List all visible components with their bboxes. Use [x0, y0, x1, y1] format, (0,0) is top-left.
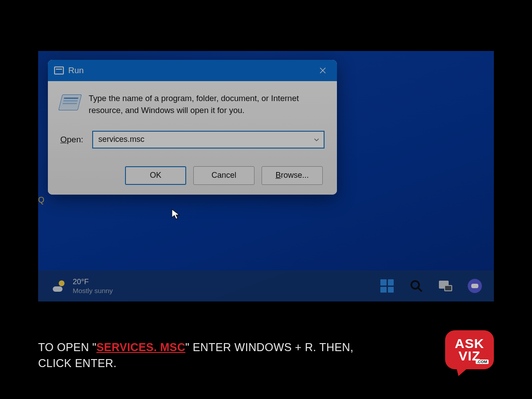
desktop-screenshot: Q Run Type the name of a program, folder…: [38, 51, 494, 301]
run-open-row: Open:: [60, 131, 325, 149]
chat-icon: [468, 279, 482, 293]
task-view-button[interactable]: [438, 278, 453, 293]
run-info: Type the name of a program, folder, docu…: [60, 93, 325, 117]
chat-button[interactable]: [467, 278, 482, 293]
run-title: Run: [68, 66, 312, 75]
run-description: Type the name of a program, folder, docu…: [89, 93, 306, 117]
run-titlebar[interactable]: Run: [48, 60, 337, 81]
taskbar: 20°F Mostly sunny: [38, 270, 494, 301]
weather-temperature: 20°F: [73, 277, 113, 286]
brand-line1: ASK: [455, 337, 484, 350]
weather-condition: Mostly sunny: [73, 286, 113, 295]
open-input[interactable]: [92, 131, 325, 149]
close-button[interactable]: [312, 60, 333, 81]
program-icon: [60, 94, 80, 110]
search-icon: [410, 279, 423, 293]
brand-sub: .COM: [476, 360, 489, 364]
ok-button[interactable]: OK: [125, 166, 186, 185]
windows-logo-icon: [380, 279, 394, 293]
close-icon: [319, 66, 327, 74]
task-view-icon: [439, 281, 452, 291]
instruction-caption: TO OPEN "SERVICES. MSC" ENTER WINDOWS + …: [38, 339, 384, 372]
run-body: Type the name of a program, folder, docu…: [48, 81, 337, 195]
brand-logo: ASK VIZ .COM: [445, 330, 494, 376]
run-button-row: OK Cancel Browse...: [60, 166, 325, 185]
run-dialog: Run Type the name of a program, folder, …: [48, 60, 337, 195]
run-app-icon: [54, 66, 64, 74]
weather-widget[interactable]: 20°F Mostly sunny: [51, 277, 113, 295]
svg-point-0: [411, 281, 419, 289]
caption-highlight: SERVICES. MSC: [96, 341, 185, 353]
open-combobox[interactable]: [92, 131, 325, 149]
cancel-button[interactable]: Cancel: [193, 166, 254, 185]
weather-icon: [51, 278, 66, 293]
desktop-shortcut-label-cut: Q: [38, 196, 44, 205]
open-label: Open:: [60, 135, 83, 145]
search-button[interactable]: [409, 278, 424, 293]
taskbar-center-icons: [379, 278, 482, 293]
browse-button[interactable]: Browse...: [262, 166, 323, 185]
mouse-cursor-icon: [171, 208, 181, 221]
start-button[interactable]: [379, 278, 395, 293]
